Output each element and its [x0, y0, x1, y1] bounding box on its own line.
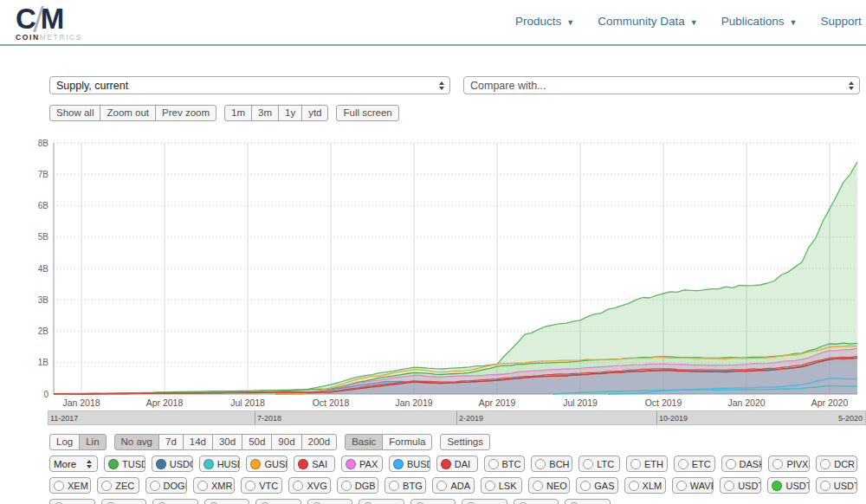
coin-toggle-xrp[interactable]: XRP	[101, 499, 147, 504]
compare-select[interactable]: Compare with...	[463, 76, 860, 94]
coin-toggle-ltc[interactable]: LTC	[578, 456, 620, 472]
navigator-label: 11-2017	[50, 414, 78, 423]
coin-toggle-usdtt[interactable]: USDTt	[816, 477, 857, 494]
coin-toggle-vtc[interactable]: VTC	[241, 477, 282, 494]
chart-zoom-toolbar: Show allZoom outPrev zoom1m3m1yytdFull s…	[49, 105, 399, 121]
coin-color-icon	[108, 459, 119, 469]
3m-button[interactable]: 3m	[251, 105, 279, 121]
svg-text:Jul 2018: Jul 2018	[230, 397, 265, 408]
coin-toggle-btg[interactable]: BTG	[385, 477, 426, 494]
logo-mark-icon: CM	[16, 3, 82, 32]
coin-toggle-dash[interactable]: DASH	[721, 456, 763, 472]
coin-toggle-xvg[interactable]: XVG	[288, 477, 330, 494]
coin-color-icon	[54, 481, 64, 491]
7d-button[interactable]: 7d	[158, 434, 184, 450]
coin-toggle-doge[interactable]: DOGE	[145, 477, 187, 494]
coin-toggle-maid[interactable]: MAID	[49, 499, 95, 504]
compare-select-value: Compare with...	[470, 80, 546, 92]
coin-color-icon	[250, 459, 261, 469]
basic-button[interactable]: Basic	[345, 434, 383, 450]
navigator-divider	[456, 411, 457, 424]
coin-toggle-usdto[interactable]: USDTo	[720, 477, 761, 494]
coin-toggle-sai[interactable]: SAI	[294, 456, 335, 472]
more-coins-select[interactable]: More	[49, 456, 98, 472]
full-screen-button[interactable]: Full screen	[336, 105, 398, 121]
supply-chart[interactable]: 01B2B3B4B5B6B7B8BJan 2018Apr 2018Jul 201…	[0, 130, 866, 417]
log-button[interactable]: Log	[49, 434, 80, 450]
coin-toggle-grin[interactable]: GRIN	[255, 499, 301, 504]
coin-toggle-gas[interactable]: GAS	[576, 477, 617, 494]
button-group: No avg7d14d30d50d90d200d	[114, 434, 338, 450]
30d-button[interactable]: 30d	[212, 434, 242, 450]
coin-color-icon	[629, 481, 639, 491]
coin-toggle-xmr[interactable]: XMR	[193, 477, 235, 494]
coin-color-icon	[204, 459, 214, 469]
1m-button[interactable]: 1m	[224, 105, 252, 121]
coin-toggle-waves[interactable]: WAVES	[672, 477, 714, 494]
coin-toggle-busd[interactable]: BUSD	[389, 456, 430, 472]
coin-toggle-xtz[interactable]: XTZ	[307, 499, 353, 504]
coin-toggle-btc[interactable]: BTC	[484, 456, 526, 472]
svg-text:8B: 8B	[38, 139, 49, 148]
coin-toggle-bch[interactable]: BCH	[531, 456, 572, 472]
coin-color-icon	[150, 481, 160, 491]
coin-toggle-usdte[interactable]: USDTe	[767, 477, 809, 494]
show-all-button[interactable]: Show all	[49, 105, 100, 121]
coin-toggle-etc[interactable]: ETC	[674, 456, 715, 472]
coin-toggle-lsk[interactable]: LSK	[481, 477, 522, 494]
90d-button[interactable]: 90d	[271, 434, 301, 450]
coin-toggle-eth[interactable]: ETH	[626, 456, 668, 472]
coin-color-icon	[772, 459, 783, 469]
1y-button[interactable]: 1y	[278, 105, 302, 121]
no-avg-button[interactable]: No avg	[114, 434, 159, 450]
navigator-label: 2-2019	[459, 414, 483, 423]
chart-navigator-scrollbar[interactable]: 11-20177-20182-201910-20195-2020	[48, 410, 866, 425]
svg-text:5B: 5B	[38, 232, 49, 242]
formula-button[interactable]: Formula	[382, 434, 432, 450]
coin-toggle-bsv[interactable]: BSV	[152, 499, 198, 504]
ytd-button[interactable]: ytd	[301, 105, 328, 121]
metric-select[interactable]: Supply, current	[49, 76, 450, 94]
coin-color-icon	[580, 481, 591, 491]
coin-toggle-pivx[interactable]: PIVX	[768, 456, 810, 472]
y-axis-labels: 01B2B3B4B5B6B7B8B	[38, 139, 49, 399]
nav-item-products[interactable]: Products▼	[515, 15, 574, 28]
200d-button[interactable]: 200d	[301, 434, 338, 450]
14d-button[interactable]: 14d	[183, 434, 213, 450]
coin-toggle-usdc[interactable]: USDC	[152, 456, 193, 472]
navigator-label: 7-2018	[257, 414, 281, 423]
coin-color-icon	[389, 481, 399, 491]
coin-toggle-pax[interactable]: PAX	[341, 456, 383, 472]
coin-toggle-dgb[interactable]: DGB	[337, 477, 378, 494]
coin-color-icon	[197, 481, 208, 491]
coin-toggle-dcr[interactable]: DCR	[816, 456, 857, 472]
coin-toggle-xem[interactable]: XEM	[49, 477, 91, 494]
coin-toggle-zec[interactable]: ZEC	[97, 477, 139, 494]
lin-button[interactable]: Lin	[79, 434, 106, 450]
coin-toggle-tusd[interactable]: TUSD	[104, 456, 145, 472]
coin-toggle-eos[interactable]: EOS	[359, 499, 404, 504]
coin-toggle-mkr[interactable]: MKR	[204, 499, 250, 504]
settings-button[interactable]: Settings	[440, 434, 490, 450]
coinmetrics-logo[interactable]: CM COINMETRICS	[16, 3, 82, 42]
prev-zoom-button[interactable]: Prev zoom	[155, 105, 216, 121]
coin-toggle-dai[interactable]: DAI	[436, 456, 478, 472]
coin-toggle-leoeos[interactable]: LEOeos	[565, 499, 611, 504]
button-group: 1m3m1yytd	[224, 105, 328, 121]
zoom-out-button[interactable]: Zoom out	[100, 105, 156, 121]
select-spinner-icon	[87, 460, 92, 468]
coin-toggle-xlm[interactable]: XLM	[624, 477, 666, 494]
svg-text:Apr 2018: Apr 2018	[146, 397, 184, 408]
50d-button[interactable]: 50d	[242, 434, 272, 450]
nav-item-community-data[interactable]: Community Data▼	[598, 15, 697, 28]
coin-toggle-bnb[interactable]: BNB	[462, 499, 507, 504]
coin-toggle-trx[interactable]: TRX	[410, 499, 456, 504]
coin-toggle-gusd[interactable]: GUSD	[246, 456, 288, 472]
coin-toggle-leoeth[interactable]: LEOeth	[514, 499, 559, 504]
main-nav: Products▼Community Data▼Publications▼Sup…	[515, 15, 866, 28]
coin-toggle-ada[interactable]: ADA	[432, 477, 474, 494]
coin-toggle-neo[interactable]: NEO	[528, 477, 570, 494]
nav-item-support[interactable]: Support▼	[820, 15, 866, 28]
nav-item-publications[interactable]: Publications▼	[721, 15, 798, 28]
coin-toggle-husd[interactable]: HUSD	[199, 456, 241, 472]
